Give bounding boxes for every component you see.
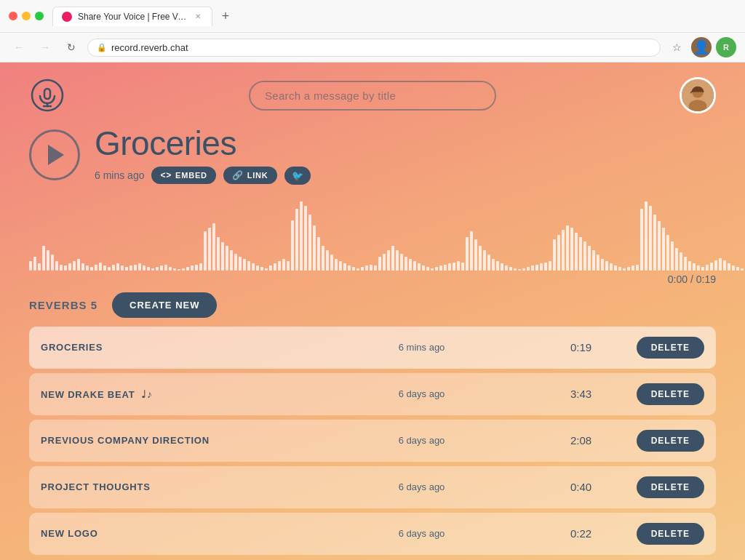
waveform-bar: [47, 250, 49, 271]
waveform-bar: [688, 261, 691, 270]
back-button[interactable]: ←: [9, 37, 29, 57]
waveform-bar: [42, 246, 45, 271]
twitter-icon: 🐦: [292, 170, 303, 181]
user-avatar[interactable]: [680, 77, 716, 113]
address-bar[interactable]: 🔒 record.reverb.chat: [87, 39, 661, 57]
recording-name: PREVIOUS COMPANY DIRECTION: [41, 435, 318, 446]
active-tab[interactable]: Share Your Voice | Free Voice No... ✕: [52, 7, 212, 26]
waveform-bar: [562, 230, 565, 270]
delete-button[interactable]: DELETE: [637, 383, 704, 405]
waveform-container[interactable]: [0, 198, 745, 271]
minimize-button[interactable]: [22, 12, 31, 20]
waveform-bar: [439, 265, 442, 270]
maximize-button[interactable]: [35, 12, 44, 20]
close-button[interactable]: [9, 12, 17, 20]
waveform-bar: [282, 259, 285, 270]
waveform-bar: [728, 263, 730, 270]
recording-row[interactable]: PROJECT THOUGHTS6 days ago0:40DELETE: [29, 466, 716, 508]
recording-row[interactable]: NEW LOGO6 days ago0:22DELETE: [29, 513, 716, 555]
play-button[interactable]: [29, 129, 80, 180]
waveform-bar: [313, 225, 316, 270]
waveform-bar: [178, 269, 180, 271]
waveform-bar: [522, 268, 525, 271]
waveform-bar: [741, 268, 744, 271]
track-meta: 6 mins ago <> EMBED 🔗 LINK 🐦: [95, 167, 311, 185]
recording-row[interactable]: PREVIOUS COMPANY DIRECTION6 days ago2:08…: [29, 420, 716, 462]
link-button[interactable]: 🔗 LINK: [223, 167, 277, 184]
tab-title: Share Your Voice | Free Voice No...: [78, 12, 187, 22]
waveform-bar: [509, 267, 512, 271]
waveform-bar: [160, 265, 163, 270]
waveform-bar: [597, 255, 599, 270]
waveform-bar: [466, 237, 469, 271]
recording-date: 6 days ago: [318, 481, 526, 492]
waveform-bar: [116, 263, 119, 270]
waveform-bar: [601, 259, 604, 270]
track-title: Groceries: [95, 125, 311, 162]
tab-close-icon[interactable]: ✕: [193, 12, 203, 22]
waveform-bar: [256, 265, 259, 270]
extension-icon[interactable]: R: [716, 37, 736, 57]
waveform-bar: [487, 255, 490, 270]
waveform-bar: [680, 252, 682, 271]
waveform-bar: [33, 257, 36, 270]
waveform-bar: [405, 257, 407, 270]
waveform-bar: [666, 235, 669, 271]
recording-date: 6 days ago: [318, 388, 526, 399]
search-input[interactable]: [249, 81, 496, 111]
waveform-bar: [99, 263, 102, 271]
waveform-bar: [274, 263, 276, 270]
user-profile-icon[interactable]: 👤: [691, 37, 712, 57]
waveform-bar: [614, 265, 617, 270]
recording-date: 6 days ago: [318, 435, 526, 446]
recording-name: NEW LOGO: [41, 528, 318, 539]
waveform-bar: [391, 246, 394, 271]
twitter-button[interactable]: 🐦: [284, 167, 311, 185]
waveform-bar: [147, 267, 150, 271]
embed-button[interactable]: <> EMBED: [151, 167, 215, 184]
waveform-bar: [435, 267, 438, 271]
waveform-bar: [348, 265, 351, 270]
waveform-bar: [505, 265, 508, 270]
waveform-bar: [121, 265, 124, 270]
waveform-bar: [239, 257, 242, 270]
search-bar: [249, 81, 496, 111]
tab-favicon: [62, 12, 72, 22]
delete-button[interactable]: DELETE: [637, 523, 704, 545]
player-main: Groceries 6 mins ago <> EMBED 🔗 LINK 🐦: [29, 125, 716, 185]
delete-button[interactable]: DELETE: [637, 337, 704, 359]
waveform-bar: [549, 261, 551, 270]
forward-button[interactable]: →: [35, 37, 55, 57]
waveform-bar: [413, 261, 416, 270]
reload-button[interactable]: ↻: [61, 37, 81, 57]
waveform-bar: [540, 263, 543, 270]
waveform-bar: [352, 267, 355, 271]
waveform-bar: [409, 259, 412, 270]
waveform-bar: [95, 265, 97, 271]
waveform-bar: [714, 260, 717, 271]
bookmark-button[interactable]: ☆: [666, 37, 687, 57]
recordings-list: GROCERIES6 mins ago0:19DELETENEW DRAKE B…: [29, 327, 716, 559]
waveform-bar: [557, 235, 560, 271]
new-tab-button[interactable]: +: [215, 6, 236, 26]
waveform-bar: [370, 265, 372, 271]
create-new-button[interactable]: CREATE NEW: [112, 292, 217, 318]
waveform-bar: [291, 220, 294, 271]
track-time-ago: 6 mins ago: [95, 169, 144, 181]
waveform-bar: [632, 265, 634, 270]
play-icon: [48, 145, 64, 165]
waveform-bar: [169, 267, 172, 271]
recording-row[interactable]: GROCERIES6 mins ago0:19DELETE: [29, 327, 716, 369]
delete-button[interactable]: DELETE: [637, 476, 704, 498]
waveform-bar: [470, 231, 473, 271]
waveform-bar: [640, 209, 643, 270]
waveform-bar: [164, 265, 167, 271]
recording-row[interactable]: NEW DRAKE BEAT ♩♪6 days ago3:43DELETE: [29, 373, 716, 415]
delete-button[interactable]: DELETE: [637, 430, 704, 452]
recording-name: GROCERIES: [41, 342, 318, 353]
list-title: REVERBS 5: [29, 299, 97, 311]
waveform-bar: [269, 265, 272, 270]
waveform-bar: [77, 259, 80, 270]
recording-name: PROJECT THOUGHTS: [41, 481, 318, 492]
recording-duration: 2:08: [525, 434, 636, 447]
